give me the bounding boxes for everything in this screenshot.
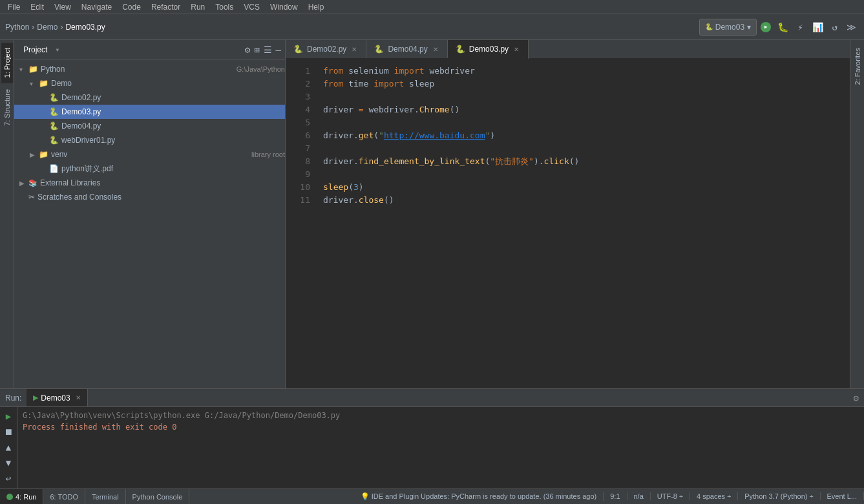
venv-icon: 📁 — [39, 150, 48, 159]
bottom-tab-close[interactable]: ✕ — [76, 394, 81, 401]
tree-path-python: G:\Java\Python — [237, 65, 285, 73]
sidebar-project-tab[interactable]: Project — [18, 43, 52, 57]
ln-10: 10 — [291, 181, 310, 194]
tree-demo03[interactable]: 🐍 Demo03.py — [14, 105, 285, 119]
coverage-icon[interactable]: ⚡ — [795, 21, 805, 34]
status-position[interactable]: 9:1 — [604, 492, 627, 500]
sidebar-layout-icon[interactable]: ⊞ — [254, 45, 259, 55]
status-na[interactable]: n/a — [627, 492, 651, 500]
console-run-icon[interactable]: ▶ — [5, 410, 12, 423]
console-down-icon[interactable]: ▼ — [5, 456, 12, 469]
bst-terminal-label: Terminal — [92, 493, 119, 501]
run-config-chevron: ▾ — [747, 23, 751, 32]
menu-refactor[interactable]: Refactor — [146, 3, 185, 12]
run-config-dropdown[interactable]: 🐍 Demo03 ▾ — [699, 19, 757, 36]
menu-code[interactable]: Code — [117, 3, 146, 12]
bst-todo[interactable]: 6: TODO — [43, 489, 85, 504]
breadcrumb-file[interactable]: Demo03.py — [65, 23, 105, 32]
demo03-icon: 🐍 — [49, 107, 59, 116]
menu-vcs[interactable]: VCS — [238, 3, 265, 12]
tab-demo02-close[interactable]: ✕ — [350, 45, 358, 54]
debug-icon[interactable]: 🐛 — [775, 21, 791, 34]
sidebar-settings-icon[interactable]: ☰ — [264, 45, 272, 55]
bottom-tab-demo03[interactable]: ▶ Demo03 ✕ — [26, 389, 87, 406]
status-update-message[interactable]: 💡 IDE and Plugin Updates: PyCharm is rea… — [354, 492, 604, 501]
status-encoding-text: UTF-8 ÷ — [657, 492, 683, 500]
more-actions-icon[interactable]: ≫ — [844, 21, 859, 34]
console-wrap-icon[interactable]: ↩ — [5, 472, 12, 485]
menu-view[interactable]: View — [49, 3, 76, 12]
tree-demo-folder[interactable]: ▾ 📁 Demo — [14, 76, 285, 90]
menu-run[interactable]: Run — [185, 3, 210, 12]
tree-label-venv: venv — [51, 150, 248, 159]
run-config-label: Demo03 — [715, 23, 744, 32]
bottom-settings-icon[interactable]: ⚙ — [854, 393, 859, 403]
tree-pdf[interactable]: 📄 python讲义.pdf — [14, 162, 285, 176]
editor-tab-bar: 🐍 Demo02.py ✕ 🐍 Demo04.py ✕ 🐍 Demo03.py … — [286, 40, 850, 59]
code-content[interactable]: from selenium import webdriver from time… — [318, 65, 850, 383]
editor-tab-demo02[interactable]: 🐍 Demo02.py ✕ — [286, 40, 366, 58]
sidebar-gear-icon[interactable]: ⚙ — [245, 45, 250, 55]
code-editor[interactable]: 1 2 3 4 5 6 7 8 9 10 11 from selenium im… — [286, 59, 850, 388]
code-line-11: driver.close() — [323, 194, 845, 207]
ln-6: 6 — [291, 129, 310, 142]
right-edge-tabs: 2: Favorites — [850, 40, 864, 388]
console-actions: ▶ ⏹ ▲ ▼ ↩ — [0, 407, 17, 488]
bst-terminal[interactable]: Terminal — [85, 489, 126, 504]
status-python-version[interactable]: Python 3.7 (Python) ÷ — [738, 492, 820, 500]
breadcrumb: Python › Demo › Demo03.py — [5, 23, 697, 32]
reload-icon[interactable]: ↺ — [830, 21, 840, 34]
profile-icon[interactable]: 📊 — [810, 21, 826, 34]
tree-demo04[interactable]: 🐍 Demo04.py — [14, 119, 285, 133]
console-stop-icon[interactable]: ⏹ — [3, 425, 14, 438]
ln-2: 2 — [291, 78, 310, 90]
bst-run[interactable]: 4: Run — [0, 489, 43, 504]
code-line-9 — [323, 168, 845, 181]
breadcrumb-demo[interactable]: Demo — [37, 23, 58, 32]
breadcrumb-python[interactable]: Python — [5, 23, 29, 32]
console-exit-line: Process finished with exit code 0 — [23, 421, 859, 433]
tab-demo03-close[interactable]: ✕ — [512, 45, 520, 54]
console-up-icon[interactable]: ▲ — [5, 441, 12, 454]
status-event-log[interactable]: Event L... — [821, 492, 864, 500]
editor-tab-demo04[interactable]: 🐍 Demo04.py ✕ — [366, 40, 447, 58]
demo02-icon: 🐍 — [49, 93, 59, 102]
status-indent[interactable]: 4 spaces ÷ — [690, 492, 738, 500]
status-message-text: 💡 IDE and Plugin Updates: PyCharm is rea… — [361, 492, 597, 501]
menu-tools[interactable]: Tools — [210, 3, 238, 12]
bottom-tab-label: Demo03 — [41, 394, 70, 403]
tree-ext-libs[interactable]: ▶ 📚 External Libraries — [14, 176, 285, 190]
menu-bar: File Edit View Navigate Code Refactor Ru… — [0, 0, 864, 14]
sidebar-close-icon[interactable]: — — [276, 45, 281, 55]
tab-structure[interactable]: 7: Structure — [1, 84, 13, 131]
code-line-8: driver.find_element_by_link_text("抗击肺炎")… — [323, 155, 845, 168]
menu-edit[interactable]: Edit — [25, 3, 49, 12]
tab-favorites[interactable]: 2: Favorites — [852, 43, 863, 90]
bst-python-console[interactable]: Python Console — [126, 489, 190, 504]
bst-run-label: 4: Run — [16, 493, 36, 501]
menu-help[interactable]: Help — [303, 3, 330, 12]
ln-4: 4 — [291, 103, 310, 116]
tree-label-ext: External Libraries — [40, 178, 285, 187]
menu-navigate[interactable]: Navigate — [76, 3, 117, 12]
console-content: G:\Java\Python\venv\Scripts\python.exe G… — [17, 407, 864, 488]
tree-label-python: Python — [41, 65, 233, 74]
tree-python-root[interactable]: ▾ 📁 Python G:\Java\Python — [14, 62, 285, 76]
tree-venv[interactable]: ▶ 📁 venv library root — [14, 147, 285, 162]
status-encoding[interactable]: UTF-8 ÷ — [651, 492, 690, 500]
tab-demo04-icon: 🐍 — [374, 45, 384, 54]
tree-scratches[interactable]: ✂ Scratches and Consoles — [14, 190, 285, 204]
run-button[interactable] — [761, 22, 771, 32]
menu-file[interactable]: File — [3, 3, 25, 12]
tab-project[interactable]: 1: Project — [1, 43, 13, 83]
editor-tab-demo03[interactable]: 🐍 Demo03.py ✕ — [448, 40, 529, 59]
status-indent-text: 4 spaces ÷ — [697, 492, 731, 500]
arrow-demo: ▾ — [30, 80, 39, 87]
tree-webdriver01[interactable]: 🐍 webDriver01.py — [14, 133, 285, 147]
project-dropdown-icon[interactable]: ▾ — [55, 45, 59, 54]
sidebar: Project ▾ ⚙ ⊞ ☰ — ▾ 📁 Python G:\Java\Pyt… — [14, 40, 286, 388]
line-numbers: 1 2 3 4 5 6 7 8 9 10 11 — [286, 65, 318, 383]
tree-demo02[interactable]: 🐍 Demo02.py — [14, 90, 285, 105]
menu-window[interactable]: Window — [265, 3, 303, 12]
tab-demo04-close[interactable]: ✕ — [432, 45, 439, 54]
